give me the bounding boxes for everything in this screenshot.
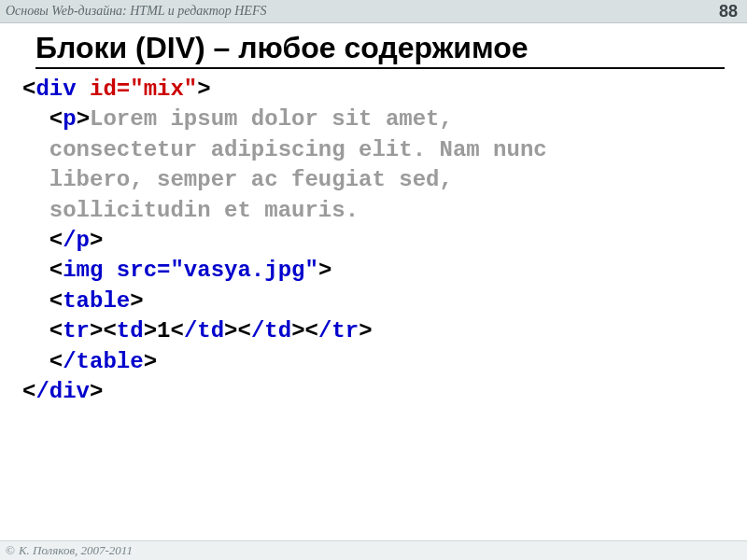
angle-open: < [103,318,116,343]
breadcrumb: Основы Web-дизайна: HTML и редактор HEFS [6,4,266,19]
angle-close: > [77,106,90,132]
angle-close: > [90,318,103,343]
content-area: Блоки (DIV) – любое содержимое <div id="… [0,23,747,407]
lorem-line-4: sollicitudin et mauris. [49,198,359,223]
angle-close: > [90,228,103,253]
tag-p-close: /p [63,228,90,253]
angle-open: < [49,228,63,253]
tag-img: img src="vasya.jpg" [63,258,318,283]
angle-open: < [49,349,63,374]
angle-close: > [90,379,103,404]
angle-open: < [170,318,183,343]
angle-open: < [49,106,63,132]
angle-open: < [238,318,251,343]
copyright-symbol: © [6,543,15,558]
tag-tr-close: /tr [318,318,359,343]
angle-close: > [318,258,331,283]
tag-div-close: /div [35,379,90,404]
code-block: <div id="mix"> <p>Lorem ipsum dolor sit … [22,75,725,407]
tag-table-close: /table [63,349,143,374]
angle-open: < [22,379,35,404]
angle-open: < [305,318,318,343]
angle-close: > [197,77,210,102]
page-number: 88 [719,2,738,21]
angle-close: > [224,318,237,343]
lorem-line-3: libero, semper ac feugiat sed, [49,167,453,192]
angle-close: > [130,288,143,314]
tag-table: table [63,288,130,314]
tag-tr: tr [63,318,90,343]
angle-open: < [49,288,63,314]
tag-td-close-2: /td [251,318,291,343]
angle-close: > [144,318,157,343]
angle-close: > [359,318,372,343]
slide: Основы Web-дизайна: HTML и редактор HEFS… [0,0,747,560]
footer-bar: © К. Поляков, 2007-2011 [0,540,747,560]
angle-open: < [49,258,63,283]
angle-close: > [291,318,304,343]
lorem-line-1: Lorem ipsum dolor sit amet, [90,106,453,132]
angle-open: < [22,77,35,102]
cell-value: 1 [157,318,170,343]
tag-td: td [117,318,144,343]
angle-close: > [144,349,157,374]
header-bar: Основы Web-дизайна: HTML и редактор HEFS… [0,0,747,23]
lorem-line-2: consectetur adipiscing elit. Nam nunc [49,137,547,162]
tag-div: div [35,77,76,102]
tag-td-close: /td [184,318,224,343]
tag-p: p [63,106,76,132]
slide-title: Блоки (DIV) – любое содержимое [35,31,725,69]
copyright-text: К. Поляков, 2007-2011 [19,543,133,558]
angle-open: < [49,318,63,343]
attr-id: id="mix" [77,77,198,102]
